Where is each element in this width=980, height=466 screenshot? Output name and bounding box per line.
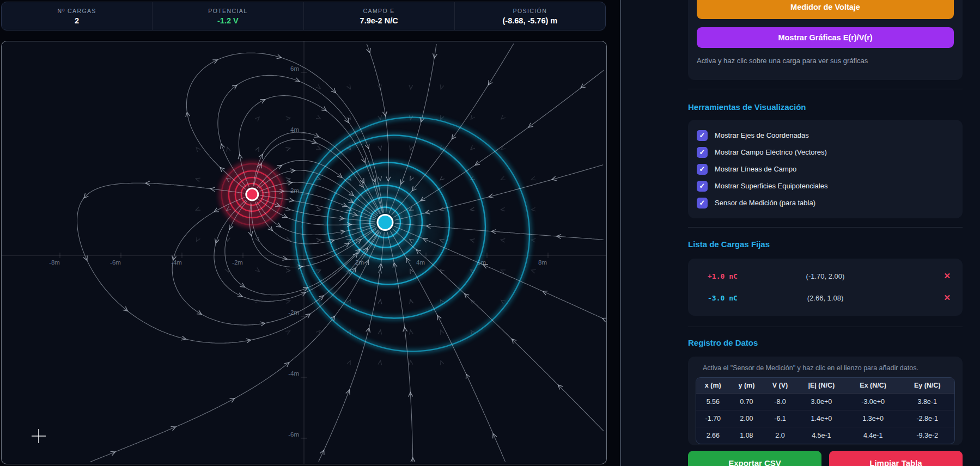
svg-text:-2m: -2m [232, 259, 243, 266]
data-log-card: Activa el "Sensor de Medición" y haz cli… [688, 357, 963, 445]
positive-charge[interactable] [246, 188, 258, 200]
visualization-tools-title: Herramientas de Visualización [688, 102, 806, 112]
table-header-cell: |E| (N/C) [797, 378, 846, 394]
stat-field: CAMPO E 7.9e-2 N/C [303, 2, 454, 30]
divider [688, 227, 963, 228]
export-csv-button[interactable]: Exportar CSV [688, 451, 821, 466]
data-table-wrap: x (m)y (m)V (V)|E| (N/C)Ex (N/C)Ey (N/C)… [696, 377, 955, 444]
table-header-cell: y (m) [730, 378, 764, 394]
checkbox-list: ✓ Mostrar Ejes de Coordenadas ✓ Mostrar … [697, 127, 954, 211]
check-icon[interactable]: ✓ [697, 181, 708, 192]
remove-charge-icon[interactable]: ✕ [944, 271, 951, 281]
table-cell: -6.1 [763, 410, 797, 427]
negative-charge[interactable] [378, 215, 393, 230]
charge-value: +1.0 nC [708, 272, 738, 280]
checkbox-row-4[interactable]: ✓ Sensor de Medición (para tabla) [697, 194, 954, 211]
table-cell: -9.3e-2 [900, 427, 954, 444]
charges-list-title: Lista de Cargas Fijas [688, 240, 770, 249]
clear-table-button[interactable]: Limpiar Tabla [829, 451, 963, 466]
svg-text:-6m: -6m [110, 259, 121, 266]
table-cell: 4.5e-1 [797, 427, 846, 444]
app-root: Nº CARGAS 2 POTENCIAL -1.2 V CAMPO E 7.9… [0, 0, 980, 466]
svg-text:8m: 8m [538, 259, 547, 266]
svg-text:-4m: -4m [288, 370, 299, 377]
simulation-canvas-panel: -8m-6m-4m-2m2m4m6m8m6m4m2m-2m-4m-6m [1, 41, 607, 464]
remove-charge-icon[interactable]: ✕ [944, 293, 951, 303]
stat-value: 2 [75, 16, 79, 25]
table-header-cell: Ex (N/C) [846, 378, 900, 394]
charge-position: (-1.70, 2.00) [700, 272, 951, 280]
table-row-2: 2.661.082.04.5e-14.4e-1-9.3e-2 [696, 427, 954, 444]
charges-list: +1.0 nC (-1.70, 2.00) ✕ -3.0 nC (2.66, 1… [708, 265, 951, 309]
tools-card: Medidor de Voltaje Mostrar Gráficas E(r)… [688, 0, 963, 80]
stat-position: POSICIÓN (-8.68, -5.76) m [454, 2, 605, 30]
table-header-cell: Ey (N/C) [900, 378, 954, 394]
checkbox-label: Mostrar Líneas de Campo [715, 165, 796, 173]
data-log-hint: Activa el "Sensor de Medición" y haz cli… [703, 364, 955, 372]
table-cell: 5.56 [696, 394, 730, 410]
check-icon[interactable]: ✓ [697, 164, 708, 175]
stat-label: CAMPO E [363, 8, 395, 14]
table-cell: -1.70 [696, 410, 730, 427]
sidebar: Medidor de Voltaje Mostrar Gráficas E(r)… [620, 0, 980, 466]
show-graphs-button[interactable]: Mostrar Gráficas E(r)/V(r) [697, 27, 954, 48]
visualization-checkboxes-card: ✓ Mostrar Ejes de Coordenadas ✓ Mostrar … [688, 120, 963, 218]
table-row-0: 5.560.70-8.03.0e+0-3.0e+03.8e-1 [696, 394, 954, 410]
table-header-cell: x (m) [696, 378, 730, 394]
table-cell: 4.4e-1 [846, 427, 900, 444]
checkbox-row-1[interactable]: ✓ Mostrar Campo Eléctrico (Vectores) [697, 144, 954, 161]
checkbox-label: Mostrar Ejes de Coordenadas [715, 131, 809, 139]
table-cell: 3.0e+0 [797, 394, 846, 410]
checkbox-row-0[interactable]: ✓ Mostrar Ejes de Coordenadas [697, 127, 954, 144]
table-cell: 1.08 [730, 427, 764, 444]
checkbox-label: Mostrar Superficies Equipotenciales [715, 182, 827, 190]
table-cell: -3.0e+0 [846, 394, 900, 410]
checkbox-row-2[interactable]: ✓ Mostrar Líneas de Campo [697, 161, 954, 177]
field-lines [77, 44, 604, 462]
table-cell: 1.3e+0 [846, 410, 900, 427]
stat-bar: Nº CARGAS 2 POTENCIAL -1.2 V CAMPO E 7.9… [1, 2, 606, 30]
data-log-title: Registro de Datos [688, 338, 758, 347]
table-cell: 3.8e-1 [900, 394, 954, 410]
tools-hint: Activa y haz clic sobre una carga para v… [697, 57, 954, 65]
stat-value: -1.2 V [217, 16, 239, 25]
charge-row-1: -3.0 nC (2.66, 1.08) ✕ [708, 287, 951, 309]
charge-position: (2.66, 1.08) [700, 294, 951, 302]
checkbox-row-3[interactable]: ✓ Mostrar Superficies Equipotenciales [697, 177, 954, 194]
table-cell: 2.0 [763, 427, 797, 444]
divider [688, 327, 963, 327]
table-cell: -8.0 [763, 394, 797, 410]
svg-text:4m: 4m [290, 126, 299, 133]
table-cell: 2.66 [696, 427, 730, 444]
coordinate-axes [2, 41, 606, 464]
table-actions: Exportar CSV Limpiar Tabla [688, 451, 963, 466]
divider [688, 89, 963, 89]
check-icon[interactable]: ✓ [697, 147, 708, 158]
charge-row-0: +1.0 nC (-1.70, 2.00) ✕ [708, 265, 951, 287]
stat-potential: POTENCIAL -1.2 V [152, 2, 303, 30]
stat-label: Nº CARGAS [57, 8, 96, 14]
stat-label: POSICIÓN [513, 8, 547, 14]
checkbox-label: Mostrar Campo Eléctrico (Vectores) [715, 148, 827, 156]
data-table: x (m)y (m)V (V)|E| (N/C)Ex (N/C)Ey (N/C)… [696, 378, 954, 444]
charges-list-card: +1.0 nC (-1.70, 2.00) ✕ -3.0 nC (2.66, 1… [688, 259, 963, 316]
svg-text:-6m: -6m [288, 431, 299, 438]
charge-value: -3.0 nC [708, 294, 738, 302]
stat-value: 7.9e-2 N/C [360, 16, 398, 25]
svg-text:2m: 2m [290, 187, 299, 194]
simulation-canvas[interactable]: -8m-6m-4m-2m2m4m6m8m6m4m2m-2m-4m-6m [2, 41, 606, 464]
table-cell: -2.8e-1 [900, 410, 954, 427]
table-cell: 0.70 [730, 394, 764, 410]
check-icon[interactable]: ✓ [697, 198, 708, 209]
svg-text:6m: 6m [290, 65, 299, 72]
voltage-meter-button[interactable]: Medidor de Voltaje [697, 0, 954, 19]
stat-num-charges: Nº CARGAS 2 [2, 2, 152, 30]
stat-label: POTENCIAL [208, 8, 247, 14]
table-cell: 2.00 [730, 410, 764, 427]
cursor-crosshair-icon [32, 429, 46, 443]
check-icon[interactable]: ✓ [697, 130, 708, 141]
svg-text:-8m: -8m [49, 259, 60, 266]
table-row-1: -1.702.00-6.11.4e+01.3e+0-2.8e-1 [696, 410, 954, 427]
data-table-header-row: x (m)y (m)V (V)|E| (N/C)Ex (N/C)Ey (N/C) [696, 378, 954, 394]
checkbox-label: Sensor de Medición (para tabla) [715, 199, 815, 207]
